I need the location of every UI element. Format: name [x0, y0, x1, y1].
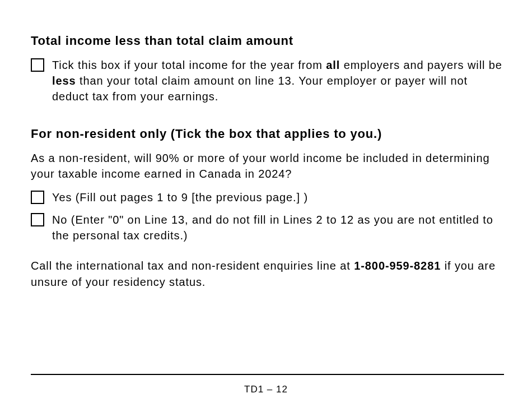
s1-text-post: than your total claim amount on line 13.…: [52, 75, 468, 103]
page-footer: TD1 – 12: [0, 374, 532, 395]
page-number: TD1 – 12: [0, 384, 532, 395]
non-resident-yes-checkbox[interactable]: [31, 191, 44, 204]
call-phone: 1-800-959-8281: [354, 260, 441, 272]
section2-heading: For non-resident only (Tick the box that…: [31, 127, 504, 141]
footer-divider: [31, 374, 504, 375]
call-info: Call the international tax and non-resid…: [31, 258, 504, 290]
non-resident-no-checkbox[interactable]: [31, 213, 44, 226]
s1-text-less: less: [52, 75, 76, 87]
option-no-row: No (Enter "0" on Line 13, and do not fil…: [31, 212, 504, 243]
section1-heading: Total income less than total claim amoun…: [31, 34, 504, 48]
section2: For non-resident only (Tick the box that…: [31, 127, 504, 290]
s1-text-mid: employers and payers will be: [340, 59, 502, 71]
option-yes-row: Yes (Fill out pages 1 to 9 [the previous…: [31, 189, 504, 205]
section1-checkbox-text: Tick this box if your total income for t…: [52, 57, 504, 104]
section1-checkbox-row: Tick this box if your total income for t…: [31, 57, 504, 104]
option-no-text: No (Enter "0" on Line 13, and do not fil…: [52, 212, 504, 243]
section2-intro: As a non-resident, will 90% or more of y…: [31, 150, 504, 182]
call-pre: Call the international tax and non-resid…: [31, 260, 354, 272]
s1-text-pre-all: Tick this box if your total income for t…: [52, 59, 326, 71]
s1-text-all: all: [326, 59, 340, 71]
option-yes-text: Yes (Fill out pages 1 to 9 [the previous…: [52, 189, 308, 205]
total-income-checkbox[interactable]: [31, 58, 44, 72]
